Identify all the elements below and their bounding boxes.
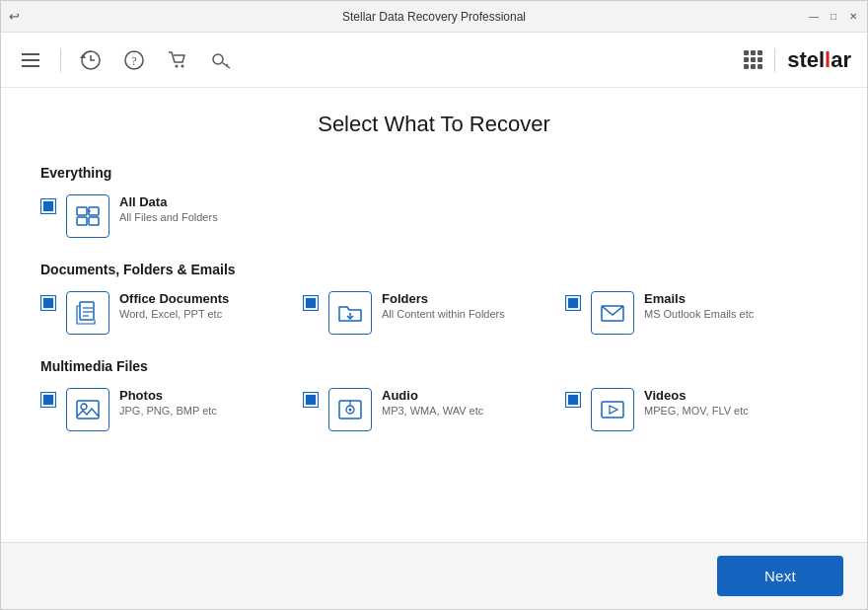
item-all-data: All Data All Files and Folders <box>40 194 828 238</box>
svg-point-23 <box>81 404 87 410</box>
toolbar: ? <box>1 33 867 88</box>
checkbox-folders[interactable] <box>303 295 319 311</box>
item-desc-folders: All Content within Folders <box>382 308 565 320</box>
item-name-photos: Photos <box>119 388 303 403</box>
svg-text:?: ? <box>131 53 136 67</box>
stellar-logo: stellar <box>787 47 851 73</box>
item-text-photos: Photos JPG, PNG, BMP etc <box>119 388 303 417</box>
icon-box-folders <box>328 291 372 335</box>
email-icon <box>600 300 625 326</box>
history-icon[interactable] <box>77 46 105 74</box>
grid-dot <box>751 57 756 62</box>
svg-rect-12 <box>77 207 87 215</box>
grid-dot <box>744 64 749 69</box>
document-icon <box>75 300 101 326</box>
icon-box-emails <box>591 291 634 335</box>
audio-icon <box>337 397 363 422</box>
item-name-videos: Videos <box>644 388 828 403</box>
svg-rect-15 <box>89 217 99 225</box>
checkbox-area-videos <box>565 392 581 408</box>
item-text-videos: Videos MPEG, MOV, FLV etc <box>644 388 828 417</box>
main-content: Select What To Recover Everything <box>1 88 867 542</box>
menu-icon[interactable] <box>17 46 44 74</box>
apps-grid-icon[interactable] <box>744 50 762 69</box>
toolbar-left: ? <box>17 46 235 74</box>
item-text-folders: Folders All Content within Folders <box>382 291 565 320</box>
section-title-multimedia: Multimedia Files <box>40 358 828 374</box>
items-row-multimedia: Photos JPG, PNG, BMP etc <box>40 388 828 431</box>
icon-box-videos <box>591 388 634 431</box>
items-row-everything: All Data All Files and Folders <box>40 194 828 238</box>
svg-rect-2 <box>22 65 39 67</box>
item-name-all-data: All Data <box>119 194 828 209</box>
checkbox-area-emails <box>565 295 581 311</box>
photo-icon <box>75 397 101 422</box>
grid-dot <box>744 57 749 62</box>
maximize-button[interactable]: □ <box>828 11 839 23</box>
checkbox-area-all-data <box>40 198 56 214</box>
icon-box-all-data <box>66 194 109 238</box>
item-text-emails: Emails MS Outlook Emails etc <box>644 291 828 320</box>
grid-dot <box>758 50 762 55</box>
item-text-audio: Audio MP3, WMA, WAV etc <box>382 388 565 417</box>
checkbox-photos[interactable] <box>40 392 56 408</box>
grid-dot <box>751 50 756 55</box>
grid-dot <box>744 50 749 55</box>
key-icon[interactable] <box>207 46 235 74</box>
svg-rect-1 <box>22 59 39 61</box>
item-desc-emails: MS Outlook Emails etc <box>644 308 828 320</box>
item-office-docs: Office Documents Word, Excel, PPT etc <box>40 291 303 335</box>
checkbox-area-audio <box>303 392 319 408</box>
items-row-documents: Office Documents Word, Excel, PPT etc <box>40 291 828 335</box>
minimize-button[interactable]: — <box>808 11 820 23</box>
item-desc-photos: JPG, PNG, BMP etc <box>119 405 303 417</box>
section-multimedia: Multimedia Files Photos JPG, PNG, BMP et… <box>40 358 828 431</box>
alldata-icon <box>75 203 101 229</box>
grid-dot <box>758 57 762 62</box>
icon-box-office <box>66 291 109 335</box>
toolbar-right: stellar <box>744 47 851 73</box>
help-icon[interactable]: ? <box>120 46 148 74</box>
window-controls: — □ ✕ <box>808 11 859 23</box>
section-everything: Everything All Data All F <box>40 165 828 238</box>
checkbox-audio[interactable] <box>303 392 319 408</box>
toolbar-divider <box>60 48 61 72</box>
icon-box-photos <box>66 388 109 431</box>
grid-dot <box>758 64 762 69</box>
checkbox-office-docs[interactable] <box>40 295 56 311</box>
item-name-folders: Folders <box>382 291 565 306</box>
checkbox-all-data[interactable] <box>40 198 56 214</box>
checkbox-area-photos <box>40 392 56 408</box>
checkbox-area-folders <box>303 295 319 311</box>
svg-rect-14 <box>77 217 87 225</box>
item-name-emails: Emails <box>644 291 828 306</box>
item-text-office: Office Documents Word, Excel, PPT etc <box>119 291 303 320</box>
item-photos: Photos JPG, PNG, BMP etc <box>40 388 303 431</box>
app-title: Stellar Data Recovery Professional <box>342 10 526 24</box>
svg-rect-22 <box>77 401 99 419</box>
item-emails: Emails MS Outlook Emails etc <box>565 291 828 335</box>
svg-rect-28 <box>602 402 623 418</box>
item-desc-videos: MPEG, MOV, FLV etc <box>644 405 828 417</box>
section-title-documents: Documents, Folders & Emails <box>40 262 828 277</box>
next-button[interactable]: Next <box>717 556 843 596</box>
svg-point-7 <box>176 64 179 67</box>
title-bar: ↩ Stellar Data Recovery Professional — □… <box>1 1 867 33</box>
checkbox-videos[interactable] <box>565 392 581 408</box>
back-icon[interactable]: ↩ <box>9 9 20 24</box>
close-button[interactable]: ✕ <box>847 11 859 23</box>
toolbar-divider-right <box>774 48 775 72</box>
footer: Next <box>1 542 867 609</box>
item-folders: Folders All Content within Folders <box>303 291 565 335</box>
item-desc-office: Word, Excel, PPT etc <box>119 308 303 320</box>
cart-icon[interactable] <box>164 46 191 74</box>
grid-dot <box>751 64 756 69</box>
page-title: Select What To Recover <box>40 112 828 137</box>
svg-point-8 <box>181 64 184 67</box>
item-videos: Videos MPEG, MOV, FLV etc <box>565 388 828 431</box>
item-name-audio: Audio <box>382 388 565 403</box>
item-desc-all-data: All Files and Folders <box>119 211 828 223</box>
checkbox-emails[interactable] <box>565 295 581 311</box>
section-documents: Documents, Folders & Emails <box>40 262 828 335</box>
icon-box-audio <box>328 388 372 431</box>
